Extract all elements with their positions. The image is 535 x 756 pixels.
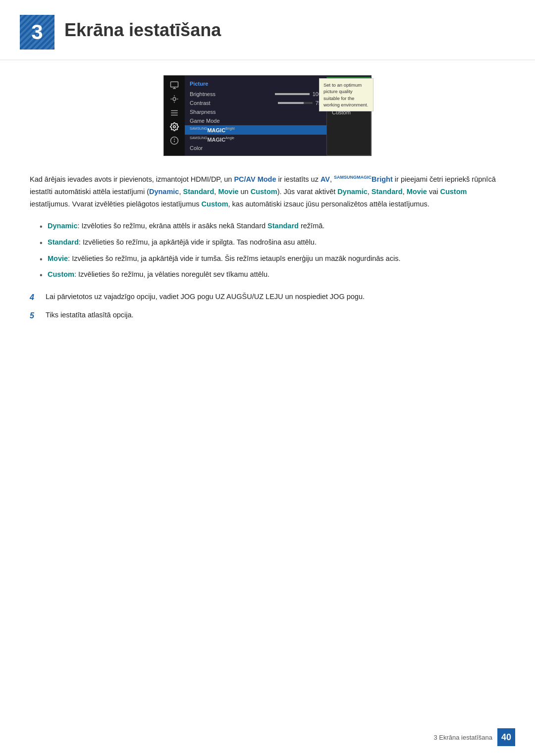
lines-icon <box>167 107 181 118</box>
svg-point-7 <box>173 126 176 128</box>
movie-ref2: Movie <box>407 188 427 196</box>
menu-header: Picture <box>185 79 326 90</box>
footer-chapter-label: 3 Ekrāna iestatīšana <box>433 734 492 741</box>
page-number: 40 <box>501 732 511 743</box>
gamemode-menu-item: Game Mode <box>185 116 326 125</box>
monitor-ui: Picture Brightness 100 Contrast 75 <box>163 75 372 156</box>
dynamic-ref1: Dynamic <box>149 188 179 196</box>
page-number-box: 40 <box>497 728 515 746</box>
step-4-num: 4 <box>30 291 39 304</box>
step-5-num: 5 <box>30 309 39 322</box>
av-text: AV <box>321 175 330 183</box>
contrast-label: Contrast <box>190 100 211 106</box>
info-icon <box>167 135 181 146</box>
magicbright-menu-item: SAMSUNGMAGICBright <box>185 125 326 135</box>
svg-rect-0 <box>171 82 178 87</box>
chapter-number: 3 <box>31 20 43 44</box>
pc-av-mode-text: PC/AV Mode <box>234 175 276 183</box>
color-label: Color <box>190 145 203 151</box>
dynamic-keyword: Dynamic <box>48 222 77 230</box>
step-5-text: Tiks iestatīta atlasītā opcija. <box>46 309 134 321</box>
standard-ref-in-dynamic: Standard <box>268 222 299 230</box>
sharpness-menu-item: Sharpness <box>185 107 326 116</box>
chapter-number-box: 3 <box>20 15 54 50</box>
custom-ref3: Custom <box>202 200 228 208</box>
movie-ref1: Movie <box>218 188 238 196</box>
custom-keyword: Custom <box>48 270 74 278</box>
brightness-label: Brightness <box>190 91 215 97</box>
gamemode-label: Game Mode <box>190 118 220 124</box>
sidebar-icons <box>164 76 185 155</box>
movie-keyword: Movie <box>48 254 68 262</box>
standard-ref1: Standard <box>183 188 214 196</box>
step-4-text: Lai pārvietotos uz vajadzīgo opciju, vad… <box>46 291 365 303</box>
bullet-dynamic: Dynamic: Izvēloties šo režīmu, ekrāna at… <box>40 220 505 232</box>
contrast-bar: 75 <box>278 100 321 106</box>
sharpness-label: Sharpness <box>190 109 216 115</box>
bullet-movie: Movie: Izvēlieties šo režīmu, ja apkārtē… <box>40 252 505 265</box>
magicbright-label: SAMSUNGMAGICBright <box>190 127 234 133</box>
color-menu-item: Color <box>185 144 326 152</box>
svg-point-3 <box>173 98 176 101</box>
brightness-menu-item: Brightness 100 <box>185 90 326 99</box>
settings-icon <box>167 94 181 104</box>
main-menu: Picture Brightness 100 Contrast 75 <box>185 76 326 155</box>
bullet-custom: Custom: Izvēlieties šo režīmu, ja vēlati… <box>40 268 505 281</box>
gear-icon <box>167 121 181 132</box>
intro-paragraph: Kad ārējais ievades avots ir pievienots,… <box>30 173 505 210</box>
bullet-standard: Standard: Izvēlieties šo režīmu, ja apkā… <box>40 236 505 249</box>
step-5: 5 Tiks iestatīta atlasītā opcija. <box>30 309 505 322</box>
samsung-magic-bright-text: SAMSUNGMAGICBright <box>334 175 393 183</box>
tooltip-box: Set to an optimum picture quality suitab… <box>319 78 374 111</box>
standard-ref2: Standard <box>372 188 403 196</box>
custom-ref2: Custom <box>440 188 467 196</box>
screenshot-container: Picture Brightness 100 Contrast 75 <box>30 75 505 156</box>
brightness-bar: 100 <box>275 91 321 97</box>
bullet-list: Dynamic: Izvēloties šo režīmu, ekrāna at… <box>40 220 505 281</box>
standard-keyword: Standard <box>48 238 79 246</box>
page-footer: 3 Ekrāna iestatīšana 40 <box>433 728 515 746</box>
contrast-menu-item: Contrast 75 <box>185 99 326 107</box>
magicangle-menu-item: SAMSUNGMAGICAngle <box>185 135 326 144</box>
monitor-icon <box>167 80 181 91</box>
dynamic-ref2: Dynamic <box>337 188 367 196</box>
step-4: 4 Lai pārvietotos uz vajadzīgo opciju, v… <box>30 291 505 304</box>
main-content: Picture Brightness 100 Contrast 75 <box>0 75 535 357</box>
page-header: 3 Ekrāna iestatīšana <box>0 0 535 60</box>
magicangle-label: SAMSUNGMAGICAngle <box>190 136 234 143</box>
chapter-title: Ekrāna iestatīšana <box>64 15 221 41</box>
custom-ref1: Custom <box>251 188 277 196</box>
